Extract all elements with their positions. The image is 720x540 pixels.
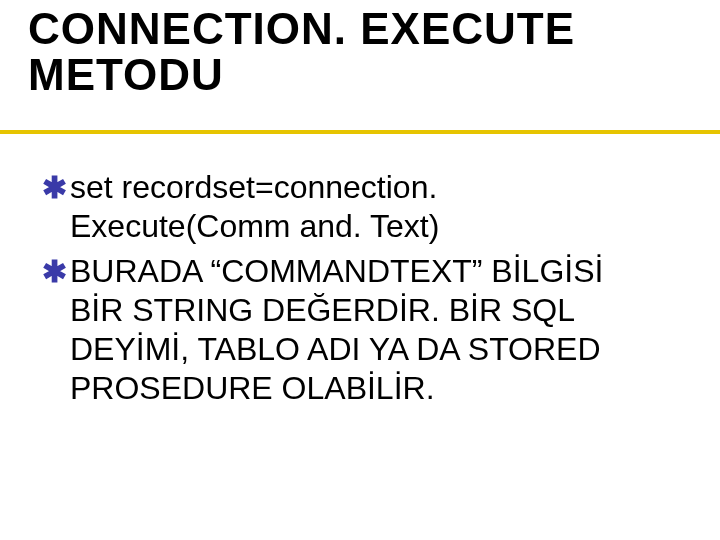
bullet-icon: ✱: [42, 252, 70, 291]
bullet-text: BURADA “COMMANDTEXT” BİLGİSİ BİR STRING …: [70, 252, 650, 408]
slide: CONNECTION. EXECUTE METODU ✱ set records…: [0, 0, 720, 540]
slide-body: ✱ set recordset=connection. Execute(Comm…: [42, 168, 650, 414]
list-item: ✱ set recordset=connection. Execute(Comm…: [42, 168, 650, 246]
slide-title: CONNECTION. EXECUTE METODU: [28, 6, 680, 98]
bullet-text: set recordset=connection. Execute(Comm a…: [70, 168, 650, 246]
bullet-icon: ✱: [42, 168, 70, 207]
list-item: ✱ BURADA “COMMANDTEXT” BİLGİSİ BİR STRIN…: [42, 252, 650, 408]
title-underline: [0, 130, 720, 134]
